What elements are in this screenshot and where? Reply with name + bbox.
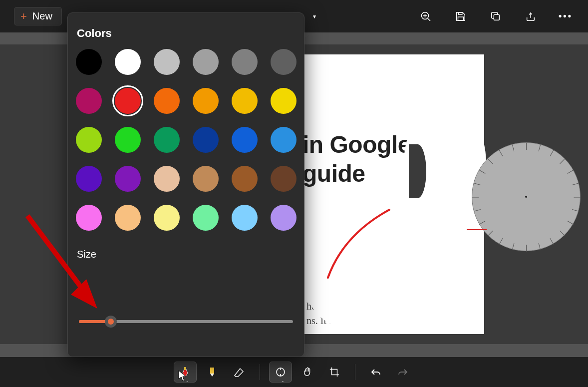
color-swatch-yellow[interactable] [271, 88, 296, 114]
color-swatch-black[interactable] [76, 49, 102, 75]
crop-tool-button[interactable] [323, 362, 346, 383]
color-swatch-brown[interactable] [232, 166, 258, 192]
svg-rect-6 [494, 14, 499, 20]
color-swatch-indigo[interactable] [76, 166, 102, 192]
color-swatch-blue-dark[interactable] [193, 127, 219, 153]
redo-button[interactable] [391, 362, 414, 383]
pen-tool-button[interactable]: ⌄ [174, 362, 197, 383]
color-swatch-sky-light[interactable] [232, 205, 258, 231]
hand-tool-button[interactable] [296, 362, 319, 383]
more-icon[interactable]: ••• [559, 10, 572, 23]
color-swatch-lavender[interactable] [271, 205, 296, 231]
color-swatch-red[interactable] [115, 88, 141, 114]
eraser-tool-button[interactable] [228, 362, 251, 383]
undo-button[interactable] [364, 362, 387, 383]
svg-line-1 [428, 18, 430, 21]
svg-rect-4 [458, 12, 462, 14]
zoom-icon[interactable] [419, 10, 432, 23]
size-slider[interactable] [76, 320, 296, 323]
color-swatch-grid [76, 49, 296, 231]
shape-tool-button[interactable]: ⌄ [269, 362, 292, 383]
separator [355, 364, 355, 380]
svg-rect-9 [184, 367, 186, 370]
size-heading: Size [76, 249, 296, 260]
color-picker-popover: Colors Size [67, 12, 304, 357]
color-swatch-white[interactable] [115, 49, 141, 75]
separator [260, 364, 260, 380]
color-swatch-pink[interactable] [76, 205, 102, 231]
chevron-down-icon: ⌄ [186, 379, 189, 383]
slider-thumb[interactable] [105, 316, 117, 328]
color-swatch-purple[interactable] [115, 166, 141, 192]
svg-rect-10 [210, 368, 214, 374]
save-icon[interactable] [454, 10, 467, 23]
svg-rect-5 [458, 16, 464, 20]
color-swatch-yellow-light[interactable] [154, 205, 180, 231]
colors-heading: Colors [76, 27, 296, 40]
copy-icon[interactable] [489, 10, 502, 23]
color-swatch-blue[interactable] [232, 127, 258, 153]
color-swatch-lime[interactable] [76, 127, 102, 153]
color-swatch-green-bright[interactable] [115, 127, 141, 153]
new-button-label: New [32, 10, 52, 22]
color-swatch-gold[interactable] [232, 88, 258, 114]
color-swatch-tan[interactable] [193, 166, 219, 192]
color-swatch-amber[interactable] [193, 88, 219, 114]
color-swatch-gray-light[interactable] [193, 49, 219, 75]
red-line [467, 229, 487, 230]
clock-drawing [472, 142, 581, 251]
color-swatch-silver[interactable] [154, 49, 180, 75]
color-swatch-brown-dark[interactable] [271, 166, 296, 192]
color-swatch-sky-dark[interactable] [271, 127, 296, 153]
color-swatch-mint[interactable] [193, 205, 219, 231]
color-swatch-skin[interactable] [154, 166, 180, 192]
dark-cut [409, 144, 426, 198]
color-swatch-peach[interactable] [115, 205, 141, 231]
color-swatch-gray[interactable] [232, 49, 258, 75]
color-swatch-gray-dark[interactable] [271, 49, 296, 75]
chevron-down-icon[interactable]: ▾ [313, 13, 316, 20]
new-button[interactable]: + New [14, 7, 62, 25]
color-swatch-orange[interactable] [154, 88, 180, 114]
bottom-toolbar: ⌄ ⌄ [0, 357, 588, 387]
plus-icon: + [20, 11, 27, 22]
top-right-actions: ••• [419, 0, 572, 32]
share-icon[interactable] [524, 10, 537, 23]
eraser-blob [305, 239, 420, 332]
color-swatch-teal[interactable] [154, 127, 180, 153]
chevron-down-icon: ⌄ [281, 379, 285, 383]
color-swatch-magenta-dark[interactable] [76, 88, 102, 114]
highlighter-tool-button[interactable] [201, 362, 224, 383]
